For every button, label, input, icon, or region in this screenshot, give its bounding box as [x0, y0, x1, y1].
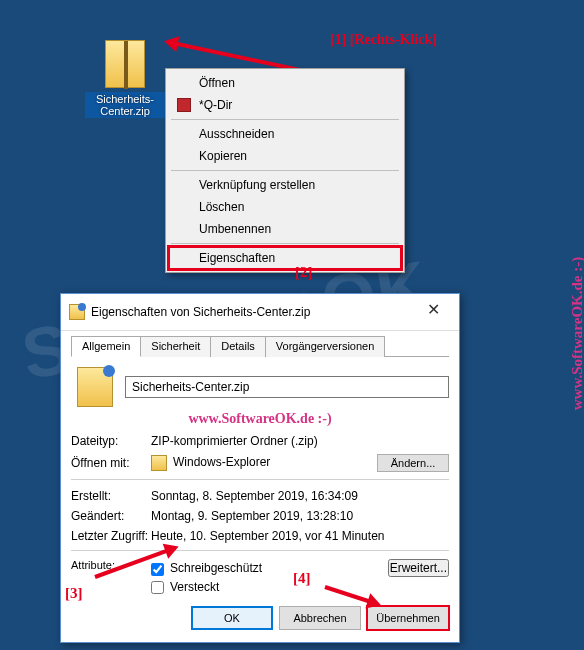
- hidden-label: Versteckt: [170, 580, 219, 594]
- dialog-titlebar[interactable]: Eigenschaften von Sicherheits-Center.zip…: [61, 294, 459, 331]
- ctx-properties[interactable]: Eigenschaften: [169, 247, 401, 269]
- annotation-step2: [2]: [295, 264, 313, 281]
- label-created: Erstellt:: [71, 489, 151, 503]
- ctx-delete[interactable]: Löschen: [169, 196, 401, 218]
- separator: [71, 479, 449, 480]
- readonly-checkbox[interactable]: [151, 563, 164, 576]
- cancel-button[interactable]: Abbrechen: [279, 606, 361, 630]
- readonly-label: Schreibgeschützt: [170, 561, 262, 575]
- hidden-checkbox[interactable]: [151, 581, 164, 594]
- side-watermark: www.SoftwareOK.de :-): [569, 257, 584, 410]
- advanced-button[interactable]: Erweitert...: [388, 559, 449, 577]
- value-accessed: Heute, 10. September 2019, vor 41 Minute…: [151, 529, 449, 543]
- value-modified: Montag, 9. September 2019, 13:28:10: [151, 509, 449, 523]
- dialog-title: Eigenschaften von Sicherheits-Center.zip: [91, 305, 413, 319]
- close-button[interactable]: ✕: [413, 300, 453, 324]
- annotation-step4: [4]: [293, 570, 311, 587]
- desktop-file-icon[interactable]: Sicherheits-Center.zip: [85, 40, 165, 118]
- zip-file-icon: [77, 367, 113, 407]
- ctx-shortcut[interactable]: Verknüpfung erstellen: [169, 174, 401, 196]
- value-created: Sonntag, 8. September 2019, 16:34:09: [151, 489, 449, 503]
- value-openwith: Windows-Explorer: [151, 455, 377, 471]
- zip-file-icon: [69, 304, 85, 320]
- ctx-cut[interactable]: Ausschneiden: [169, 123, 401, 145]
- annotation-step3: [3]: [65, 585, 83, 602]
- filename-input[interactable]: [125, 376, 449, 398]
- label-openwith: Öffnen mit:: [71, 456, 151, 470]
- context-menu: Öffnen *Q-Dir Ausschneiden Kopieren Verk…: [165, 68, 405, 273]
- explorer-icon: [151, 455, 167, 471]
- separator: [171, 243, 399, 244]
- desktop-file-label: Sicherheits-Center.zip: [85, 92, 165, 118]
- properties-dialog: Eigenschaften von Sicherheits-Center.zip…: [60, 293, 460, 643]
- checkbox-row-readonly[interactable]: Schreibgeschützt: [151, 559, 388, 578]
- tabstrip: Allgemein Sicherheit Details Vorgängerve…: [71, 335, 449, 357]
- value-openwith-text: Windows-Explorer: [173, 455, 270, 469]
- tab-security[interactable]: Sicherheit: [140, 336, 211, 357]
- separator: [71, 550, 449, 551]
- zip-file-icon: [105, 40, 145, 88]
- ctx-qdir[interactable]: *Q-Dir: [169, 94, 401, 116]
- ctx-copy[interactable]: Kopieren: [169, 145, 401, 167]
- tab-details[interactable]: Details: [210, 336, 266, 357]
- ctx-qdir-label: *Q-Dir: [199, 98, 232, 112]
- change-button[interactable]: Ändern...: [377, 454, 449, 472]
- tab-general[interactable]: Allgemein: [71, 336, 141, 357]
- ctx-open[interactable]: Öffnen: [169, 72, 401, 94]
- annotation-step1: [1] [Rechts-Klick]: [330, 32, 437, 48]
- separator: [171, 119, 399, 120]
- qdir-icon: [177, 98, 191, 112]
- ok-button[interactable]: OK: [191, 606, 273, 630]
- separator: [171, 170, 399, 171]
- label-type: Dateityp:: [71, 434, 151, 448]
- tab-previous-versions[interactable]: Vorgängerversionen: [265, 336, 385, 357]
- value-type: ZIP-komprimierter Ordner (.zip): [151, 434, 449, 448]
- label-accessed: Letzter Zugriff:: [71, 529, 151, 543]
- label-modified: Geändert:: [71, 509, 151, 523]
- ctx-rename[interactable]: Umbenennen: [169, 218, 401, 240]
- inline-watermark: www.SoftwareOK.de :-): [71, 411, 449, 427]
